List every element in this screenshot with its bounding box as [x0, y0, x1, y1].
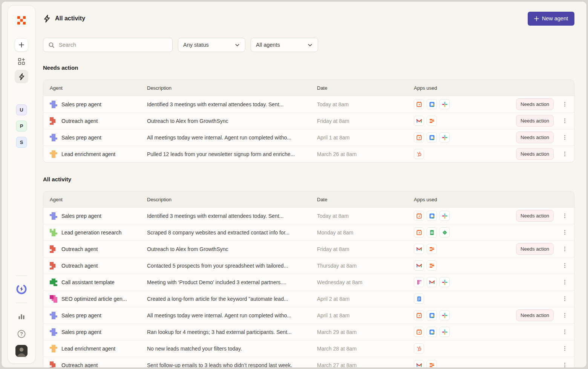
section-title-all-activity: All activity — [43, 176, 71, 182]
zapier-tables-icon — [427, 260, 437, 271]
table-row[interactable]: Outreach agentContacted 5 prospects from… — [43, 257, 574, 274]
row-menu-button[interactable] — [559, 360, 570, 368]
analytics-icon[interactable] — [17, 312, 26, 322]
date-cell: March 28 at 8am — [317, 345, 414, 352]
section-title-needs-action: Needs action — [43, 64, 78, 71]
sidebar-workspace-u[interactable]: U — [16, 104, 27, 115]
date-cell: April 1 at 8am — [317, 312, 414, 319]
table-row[interactable]: Sales prep agentAll meetings today were … — [43, 307, 574, 323]
sidebar-item-agents[interactable] — [15, 55, 28, 67]
description-cell: No new leads matched your filters today. — [147, 346, 317, 352]
apps-used-cell — [414, 294, 501, 304]
table-row[interactable]: Outreach agentOutreach to Alex from Grow… — [43, 240, 574, 257]
search-input[interactable] — [58, 41, 167, 48]
agent-puzzle-icon — [50, 212, 57, 220]
agent-puzzle-icon — [50, 328, 57, 336]
description-cell: Scraped 8 company websites and extracted… — [147, 230, 317, 236]
google-calendar-icon — [427, 99, 437, 109]
row-menu-button[interactable] — [559, 310, 570, 321]
table-row[interactable]: Outreach agentSent follow-up emails to 3… — [43, 357, 574, 368]
gmail-icon — [414, 116, 424, 126]
row-menu-button[interactable] — [559, 343, 570, 354]
slack-icon — [439, 211, 450, 221]
user-avatar[interactable] — [15, 345, 28, 357]
table-row[interactable]: Lead generation researchScraped 8 compan… — [43, 224, 574, 240]
row-menu-button[interactable] — [559, 115, 570, 127]
google-calendar-icon — [427, 132, 437, 142]
agent-name: Call assistant template — [61, 279, 115, 285]
agent-cell: Outreach agent — [50, 361, 147, 368]
agent-puzzle-icon — [50, 150, 57, 158]
agent-name: Sales prep agent — [61, 329, 101, 335]
row-menu-button[interactable] — [559, 149, 570, 160]
app-window: U P S ? — [1, 1, 587, 368]
table-row[interactable]: Lead enrichment agentPulled 12 leads fro… — [43, 145, 574, 162]
description-cell: Outreach to Alex from GrowthSync — [147, 246, 317, 252]
row-menu-button[interactable] — [559, 243, 570, 255]
slack-icon — [439, 327, 450, 337]
sidebar-workspace-p[interactable]: P — [16, 121, 27, 132]
table-row[interactable]: Sales prep agentIdentified 3 meetings wi… — [43, 96, 574, 112]
svg-text:?: ? — [20, 331, 23, 337]
plus-icon — [534, 16, 539, 21]
date-cell: Friday at 8am — [317, 118, 414, 124]
main-content: All activity New agent Any status All ag… — [43, 2, 574, 367]
agent-name: Lead generation research — [61, 230, 122, 236]
date-cell: April 2 at 8am — [317, 296, 414, 302]
apps-used-cell — [414, 132, 501, 142]
row-menu-button[interactable] — [559, 132, 570, 143]
table-row[interactable]: Sales prep agentAll meetings today were … — [43, 129, 574, 145]
description-cell: Identified 3 meetings with external atte… — [147, 213, 317, 219]
new-agent-sidebar-button[interactable] — [15, 38, 28, 52]
agent-cell: Outreach agent — [50, 245, 147, 253]
table-row[interactable]: Lead enrichment agentNo new leads matche… — [43, 340, 574, 357]
table-row[interactable]: Call assistant templateMeeting with ‘Pro… — [43, 274, 574, 290]
table-row[interactable]: Sales prep agentRan lookup for 4 meeting… — [43, 323, 574, 340]
usage-credits-icon[interactable] — [15, 283, 28, 295]
row-menu-button[interactable] — [559, 260, 570, 271]
agent-cell: Sales prep agent — [50, 101, 147, 108]
row-menu-button[interactable] — [559, 227, 570, 238]
search-box[interactable] — [43, 38, 173, 52]
table-row[interactable]: SEO optimized article gen...Created a lo… — [43, 290, 574, 307]
table-header-row: AgentDescriptionDateApps used — [43, 191, 574, 207]
gmail-icon — [414, 244, 424, 254]
agent-name: Outreach agent — [61, 118, 98, 124]
description-cell: Contacted 5 prospects from your spreadsh… — [147, 263, 317, 269]
gmail-icon — [427, 277, 437, 287]
agent-name: Sales prep agent — [61, 312, 101, 318]
chevron-down-icon — [234, 42, 240, 48]
apps-used-cell — [414, 360, 501, 368]
row-menu-button[interactable] — [559, 326, 570, 338]
agents-filter-select[interactable]: All agents — [251, 38, 318, 52]
apps-used-cell — [414, 227, 501, 237]
agent-puzzle-icon — [50, 245, 57, 253]
apps-used-cell — [414, 116, 501, 126]
plus-icon — [18, 42, 24, 48]
needs-action-badge: Needs action — [516, 243, 554, 255]
row-menu-button[interactable] — [559, 277, 570, 288]
column-header-date: Date — [317, 197, 414, 202]
zapier-tables-icon — [427, 244, 437, 254]
table-row[interactable]: Outreach agentOutreach to Alex from Grow… — [43, 112, 574, 129]
agent-puzzle-icon — [50, 101, 57, 108]
agent-name: Lead enrichment agent — [61, 151, 115, 157]
date-cell: Friday at 8am — [317, 246, 414, 253]
sidebar-item-activity-selected[interactable] — [15, 70, 28, 83]
agent-name: Outreach agent — [61, 362, 98, 368]
grid-plus-icon — [18, 58, 25, 65]
zapier-schedule-icon — [414, 310, 424, 320]
agent-puzzle-icon — [50, 312, 57, 319]
needs-action-badge: Needs action — [516, 115, 554, 127]
table-header-row: AgentDescriptionDateApps used — [43, 80, 574, 96]
status-filter-select[interactable]: Any status — [178, 38, 245, 52]
row-menu-button[interactable] — [559, 293, 570, 305]
description-cell: Created a long-form article for the keyw… — [147, 296, 317, 302]
column-header-agent: Agent — [50, 197, 147, 202]
row-menu-button[interactable] — [559, 99, 570, 110]
row-menu-button[interactable] — [559, 210, 570, 222]
help-icon[interactable]: ? — [17, 329, 26, 339]
sidebar-workspace-s[interactable]: S — [16, 137, 27, 148]
new-agent-button[interactable]: New agent — [528, 12, 574, 26]
table-row[interactable]: Sales prep agentIdentified 3 meetings wi… — [43, 207, 574, 224]
